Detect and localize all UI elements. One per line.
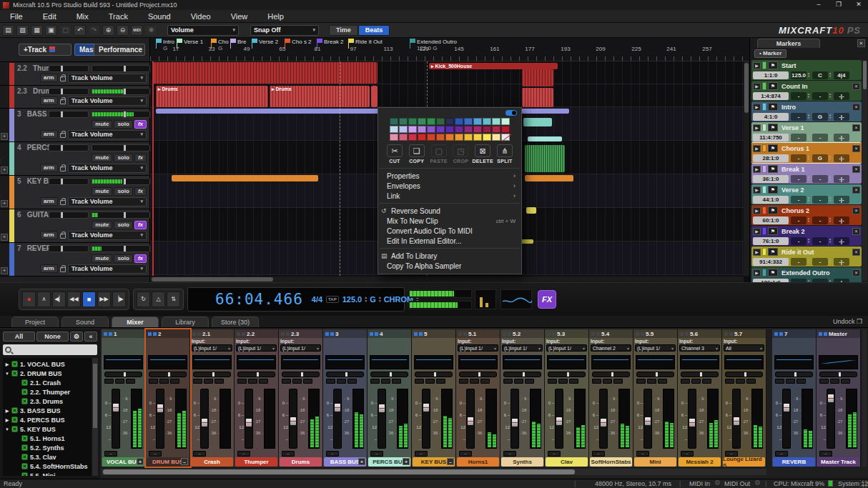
transport-button[interactable]: ∧: [37, 292, 51, 307]
marker-key[interactable]: -: [812, 175, 828, 183]
midi-out-label[interactable]: MIDI Out: [724, 480, 750, 487]
volume-fader[interactable]: [782, 389, 791, 449]
context-menu-item[interactable]: Link›: [378, 191, 521, 201]
mixer-channel-strip[interactable]: 5.2 Input: (L)Input 1/▾: [500, 329, 545, 467]
toolbar-icon[interactable]: ▦: [31, 25, 43, 36]
group-expand-button[interactable]: –: [181, 458, 188, 465]
strip-mute-button[interactable]: [237, 379, 247, 384]
marker-delete-button[interactable]: ✕: [852, 207, 860, 214]
color-swatch[interactable]: [483, 126, 491, 133]
tree-item[interactable]: ✕ 5.5. Mini: [3, 471, 92, 476]
track-row[interactable]: + 2.2 Thumper ✎ mute solo: [0, 63, 149, 86]
marker-expand-button[interactable]: ▶: [753, 249, 761, 256]
timeline-marker-flag[interactable]: Extended Outro 122.0 G: [410, 39, 457, 45]
marker-key[interactable]: -: [812, 237, 828, 245]
eq-thumbnail[interactable]: [547, 355, 586, 369]
output-select[interactable]: –: [282, 451, 295, 457]
output-select[interactable]: –: [459, 451, 472, 457]
volume-slider[interactable]: [49, 211, 89, 219]
mixer-channel-strip[interactable]: 2.2 Input: (L)Input 1/▾: [235, 329, 279, 467]
automation-param-select[interactable]: Track Volume▾: [68, 164, 147, 173]
fader-handle[interactable]: [689, 419, 695, 427]
fader-handle[interactable]: [784, 404, 789, 412]
color-swatch[interactable]: [455, 118, 463, 125]
context-action-button[interactable]: ◳ CROP: [450, 144, 471, 164]
panel-tab[interactable]: Store (30): [212, 317, 259, 327]
stepper-icon[interactable]: ▲▼: [807, 238, 810, 244]
fader-handle[interactable]: [157, 404, 163, 412]
mixer-channel-strip[interactable]: 5 Input: ▾: [412, 329, 456, 467]
mute-button[interactable]: mute: [92, 154, 112, 162]
menu-item[interactable]: View: [221, 12, 258, 21]
lock-icon[interactable]: [60, 133, 66, 138]
flag-icon[interactable]: ⚑: [768, 269, 778, 277]
marker-timesig[interactable]: -|-: [834, 196, 849, 204]
marker-expand-button[interactable]: ▶: [753, 228, 761, 235]
mixer-channel-strip[interactable]: 5.3 Input: (L)Input 1/▾: [545, 329, 589, 467]
toggle-switch[interactable]: [505, 110, 517, 116]
context-action-button[interactable]: ▢ PASTE: [428, 144, 450, 164]
tree-expand-icon[interactable]: ▼: [3, 372, 11, 376]
markers-tab[interactable]: Markers: [757, 39, 820, 48]
strip-fx-button[interactable]: [525, 379, 534, 384]
input-select[interactable]: (L)Input 1/▾: [635, 344, 676, 352]
marker-key[interactable]: -: [812, 134, 828, 141]
input-select[interactable]: Channel 3▾: [679, 344, 720, 352]
toolbar-icon[interactable]: ⊖: [117, 25, 129, 36]
track-row[interactable]: + 2.3 Drums ✎ mute solo: [0, 86, 149, 109]
strip-fx-button[interactable]: [392, 379, 401, 384]
color-swatch[interactable]: [464, 134, 473, 141]
tree-item[interactable]: ▶ ✕ 4. PERCS BUS: [3, 415, 92, 424]
volume-fader[interactable]: [599, 389, 608, 449]
color-swatch[interactable]: [408, 126, 417, 133]
color-swatch[interactable]: [492, 118, 500, 125]
eq-thumbnail[interactable]: [724, 355, 764, 369]
toolbar-icon[interactable]: ▨: [16, 25, 29, 36]
collapse-panel-button[interactable]: «: [84, 332, 97, 342]
output-select[interactable]: –: [193, 451, 206, 457]
strip-solo-button[interactable]: [248, 379, 257, 384]
toolbar-icon[interactable]: ⊕: [102, 25, 114, 36]
context-action-button[interactable]: ⋔ SPLIT: [494, 144, 516, 164]
marker-tempo[interactable]: -: [791, 258, 807, 266]
track-visible-checkbox[interactable]: ✕: [11, 370, 18, 377]
strip-fx-button[interactable]: [569, 379, 578, 384]
marker-time[interactable]: 28:1:0: [753, 154, 789, 162]
arm-button[interactable]: arm: [40, 264, 58, 273]
output-select[interactable]: –: [104, 451, 117, 457]
gear-icon[interactable]: ⚙: [70, 332, 83, 342]
pan-slider[interactable]: [370, 372, 408, 377]
marker-timesig[interactable]: -|-: [834, 216, 849, 224]
volume-fader[interactable]: [688, 389, 696, 449]
toolbar-icon[interactable]: ↷: [88, 25, 100, 36]
stepper-icon[interactable]: ▲▼: [829, 238, 832, 244]
color-swatch[interactable]: [399, 118, 408, 125]
marker-tempo[interactable]: 125.0: [791, 71, 807, 79]
fx-button[interactable]: fx: [134, 187, 147, 196]
group-expand-button[interactable]: +: [403, 458, 410, 465]
mixer-channel-strip[interactable]: 5.1 Input: (L)Input 1/▾: [456, 329, 500, 467]
marker-delete-button[interactable]: ✕: [852, 124, 860, 131]
marker-expand-button[interactable]: ▶: [753, 124, 761, 131]
pan-slider[interactable]: [775, 372, 813, 377]
panel-tab[interactable]: Project: [11, 317, 59, 327]
toolbar-icon[interactable]: ↶: [74, 25, 86, 36]
marker-expand-button[interactable]: ▶: [753, 186, 761, 194]
marker-time[interactable]: 4:1:0: [753, 113, 789, 121]
marker-time[interactable]: 91:4:332: [753, 258, 789, 266]
stepper-icon[interactable]: ▲▼: [829, 155, 832, 161]
flag-icon[interactable]: ⚑: [768, 124, 778, 131]
toolbar-icon[interactable]: ▢: [59, 25, 71, 36]
beats-mode-button[interactable]: Beats: [358, 25, 390, 36]
search-input[interactable]: [3, 344, 97, 355]
strip-mute-button[interactable]: [326, 379, 335, 384]
color-swatch[interactable]: [445, 134, 454, 141]
color-swatch[interactable]: [464, 126, 473, 133]
stepper-icon[interactable]: ▲▼: [807, 72, 810, 78]
pan-slider[interactable]: [548, 372, 586, 377]
context-menu-item[interactable]: Edit In External Editor...: [378, 236, 521, 246]
color-swatch[interactable]: [492, 134, 500, 141]
marker-key[interactable]: -: [812, 196, 828, 204]
tree-scrollbar[interactable]: [92, 358, 98, 476]
strip-solo-button[interactable]: [647, 379, 656, 384]
